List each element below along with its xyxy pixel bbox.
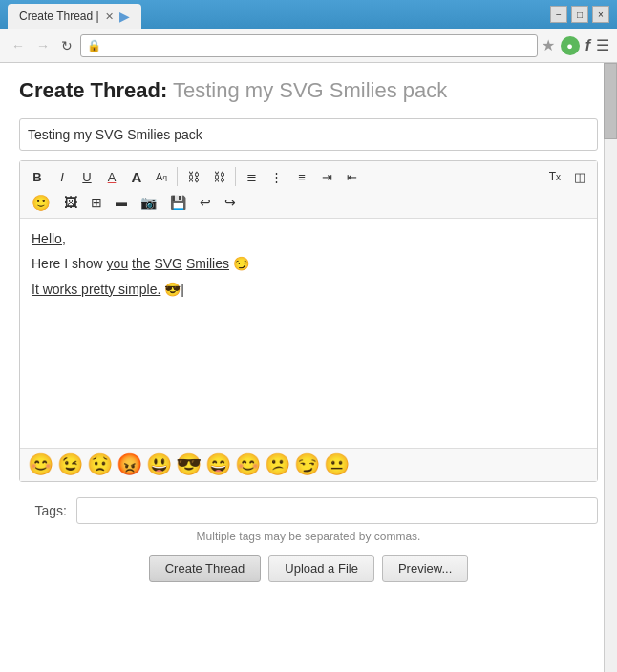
editor-line-3: Here I show you the SVG Smilies 😏 — [32, 253, 585, 274]
italic-button[interactable]: I — [51, 165, 74, 188]
editor-text-smilies: Smilies — [186, 256, 229, 271]
page-title-suffix: Testing my SVG Smilies pack — [173, 78, 447, 102]
emoji-cool[interactable]: 😎 — [176, 454, 202, 475]
main-content: Create Thread: Testing my SVG Smilies pa… — [0, 63, 617, 672]
url-input[interactable] — [105, 39, 531, 52]
toolbar-separator-1 — [177, 167, 178, 186]
active-tab[interactable]: Create Thread | ✕ ▶ — [8, 4, 141, 29]
tags-input[interactable] — [76, 497, 598, 524]
editor-text-you: you — [107, 256, 129, 271]
hr-button[interactable]: ▬ — [110, 191, 133, 214]
ul-button[interactable]: ⋮ — [265, 165, 288, 188]
table-button[interactable]: ⊞ — [85, 191, 108, 214]
preview-button[interactable]: Preview... — [382, 555, 468, 582]
unlink-button[interactable]: ⛓ — [207, 165, 231, 188]
tab-icon: ▶ — [119, 9, 130, 24]
editor-line-1: Hello, — [32, 228, 585, 249]
window-controls: − □ × — [550, 6, 609, 23]
clear-format-button[interactable]: Tx — [543, 165, 566, 188]
bottom-buttons: Create Thread Upload a File Preview... — [19, 555, 598, 582]
addon-icon-1[interactable]: ● — [561, 36, 580, 55]
editor-body[interactable]: Hello, Here I show you the SVG Smilies 😏… — [20, 219, 597, 448]
editor-container: B I U A A Aq ⛓ ⛓ ≣ ⋮ ≡ ⇥ ⇤ Tx ◫ — [19, 160, 598, 482]
emoji-bar: 😊 😉 😟 😡 😃 😎 😄 😊 😕 😏 😐 — [20, 448, 597, 481]
upload-file-button[interactable]: Upload a File — [268, 555, 374, 582]
nav-bar: ← → ↻ 🔒 ★ ● f ☰ — [0, 29, 617, 63]
font-size-large-button[interactable]: A — [125, 165, 148, 188]
tab-close-button[interactable]: ✕ — [105, 11, 114, 22]
menu-icon[interactable]: ☰ — [596, 36, 609, 54]
create-thread-button[interactable]: Create Thread — [149, 555, 262, 582]
align-button[interactable]: ≣ — [240, 165, 263, 188]
font-color-button[interactable]: A — [100, 165, 123, 188]
tags-label: Tags: — [19, 503, 67, 518]
emoji-smirk[interactable]: 😏 — [294, 454, 320, 475]
minimize-button[interactable]: − — [550, 6, 567, 23]
editor-toolbar: B I U A A Aq ⛓ ⛓ ≣ ⋮ ≡ ⇥ ⇤ Tx ◫ — [20, 161, 597, 219]
subject-input[interactable] — [19, 118, 598, 151]
scrollbar-thumb[interactable] — [604, 63, 617, 139]
toolbar-row-1: B I U A A Aq ⛓ ⛓ ≣ ⋮ ≡ ⇥ ⇤ Tx ◫ — [26, 165, 591, 188]
address-bar[interactable]: 🔒 — [80, 34, 538, 57]
scrollbar-track[interactable] — [604, 63, 617, 672]
addon-icon-2[interactable]: f — [585, 37, 590, 54]
close-button[interactable]: × — [592, 6, 609, 23]
tab-bar: Create Thread | ✕ ▶ — [8, 0, 550, 29]
back-button[interactable]: ← — [8, 36, 29, 55]
outdent-button[interactable]: ⇤ — [340, 165, 363, 188]
nav-icons: ★ ● f ☰ — [542, 36, 609, 55]
emoji-smile[interactable]: 😊 — [28, 454, 53, 475]
editor-text-hello: Hello, — [32, 231, 66, 246]
toolbar-separator-2 — [235, 167, 236, 186]
tags-hint: Multiple tags may be separated by commas… — [19, 530, 598, 543]
emoji-wink[interactable]: 😉 — [57, 454, 83, 475]
emoji-sad[interactable]: 😟 — [87, 454, 113, 475]
emoji-blush[interactable]: 😊 — [235, 454, 261, 475]
ol-button[interactable]: ≡ — [290, 165, 313, 188]
editor-text-the: the — [132, 256, 150, 271]
bookmark-icon[interactable]: ★ — [542, 36, 555, 54]
indent-button[interactable]: ⇥ — [315, 165, 338, 188]
redo-button[interactable]: ↪ — [219, 191, 242, 214]
window-titlebar: Create Thread | ✕ ▶ − □ × — [0, 0, 617, 29]
forward-button[interactable]: → — [32, 36, 53, 55]
image-button[interactable]: 🖼 — [58, 191, 83, 214]
source-button[interactable]: ◫ — [568, 165, 591, 188]
editor-line-5: It works pretty simple. 😎| — [32, 279, 585, 300]
undo-button[interactable]: ↩ — [194, 191, 217, 214]
emoji-angry[interactable]: 😡 — [117, 454, 142, 475]
emoji-button[interactable]: 🙂 — [26, 191, 56, 214]
emoji-laugh[interactable]: 😄 — [205, 454, 231, 475]
bold-button[interactable]: B — [26, 165, 49, 188]
emoji-confused[interactable]: 😕 — [265, 454, 290, 475]
editor-text-it-works: It works pretty simple. — [32, 282, 160, 297]
refresh-button[interactable]: ↻ — [57, 36, 76, 55]
toolbar-row-2: 🙂 🖼 ⊞ ▬ 📷 💾 ↩ ↪ — [26, 191, 591, 214]
maximize-button[interactable]: □ — [571, 6, 588, 23]
emoji-neutral[interactable]: 😐 — [324, 454, 350, 475]
font-size-small-button[interactable]: Aq — [150, 165, 173, 188]
tags-row: Tags: — [19, 497, 598, 524]
link-button[interactable]: ⛓ — [181, 165, 205, 188]
emoji-grin[interactable]: 😃 — [146, 454, 172, 475]
underline-button[interactable]: U — [75, 165, 98, 188]
photo-button[interactable]: 📷 — [135, 191, 162, 214]
save-draft-button[interactable]: 💾 — [164, 191, 192, 214]
tab-label: Create Thread | — [19, 10, 99, 23]
editor-text-svg: SVG — [154, 256, 182, 271]
page-title: Create Thread: Testing my SVG Smilies pa… — [19, 78, 598, 103]
lock-icon: 🔒 — [87, 39, 101, 52]
page-title-prefix: Create Thread: — [19, 78, 167, 102]
